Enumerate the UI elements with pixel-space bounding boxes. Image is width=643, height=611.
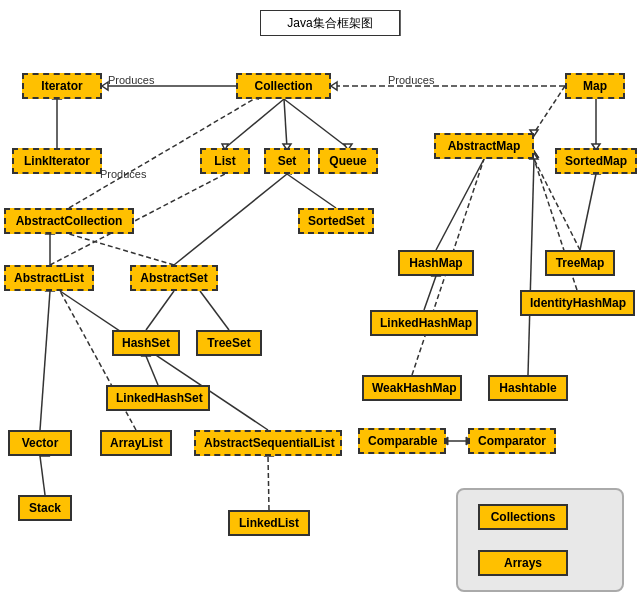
svg-line-30 bbox=[146, 291, 174, 330]
produces-label-1: Produces bbox=[108, 74, 154, 86]
svg-marker-5 bbox=[331, 82, 337, 90]
svg-line-28 bbox=[287, 174, 336, 208]
svg-line-53 bbox=[40, 291, 50, 430]
abstractset-node: AbstractSet bbox=[130, 265, 218, 291]
map-node: Map bbox=[565, 73, 625, 99]
svg-line-24 bbox=[174, 174, 287, 265]
linkedhashmap-node: LinkedHashMap bbox=[370, 310, 478, 336]
treemap-node: TreeMap bbox=[545, 250, 615, 276]
identityhashmap-node: IdentityHashMap bbox=[520, 290, 635, 316]
hashmap-node: HashMap bbox=[398, 250, 474, 276]
svg-line-10 bbox=[284, 99, 287, 148]
comparator-node: Comparator bbox=[468, 428, 556, 454]
sortedmap-node: SortedMap bbox=[555, 148, 637, 174]
collections-node: Collections bbox=[478, 504, 568, 530]
abstractsequentiallist-node: AbstractSequentialList bbox=[194, 430, 342, 456]
legend-box: Collections Arrays bbox=[456, 488, 624, 592]
svg-line-8 bbox=[225, 99, 284, 148]
linkedlist-node: LinkedList bbox=[228, 510, 310, 536]
linkedhashset-node: LinkedHashSet bbox=[106, 385, 210, 411]
weakhashmap-node: WeakHashMap bbox=[362, 375, 462, 401]
arrays-node: Arrays bbox=[478, 550, 568, 576]
hashtable-node: Hashtable bbox=[488, 375, 568, 401]
produces-label-3: Produces bbox=[100, 168, 146, 180]
hashset-node: HashSet bbox=[112, 330, 180, 356]
diagram: Java集合框架图 Iterator Collection Map Produc… bbox=[0, 0, 643, 611]
arraylist-node: ArrayList bbox=[100, 430, 172, 456]
svg-line-34 bbox=[146, 356, 158, 385]
svg-line-61 bbox=[268, 456, 269, 510]
svg-line-12 bbox=[284, 99, 348, 148]
set-node: Set bbox=[264, 148, 310, 174]
list-node: List bbox=[200, 148, 250, 174]
comparable-node: Comparable bbox=[358, 428, 446, 454]
svg-line-36 bbox=[436, 159, 484, 250]
iterator-node: Iterator bbox=[22, 73, 102, 99]
stack-node: Stack bbox=[18, 495, 72, 521]
abstractcollection-node: AbstractCollection bbox=[4, 208, 134, 234]
vector-node: Vector bbox=[8, 430, 72, 456]
abstractmap-node: AbstractMap bbox=[434, 133, 534, 159]
produces-label-2: Produces bbox=[388, 74, 434, 86]
svg-line-48 bbox=[528, 159, 534, 375]
abstractlist-node: AbstractList bbox=[4, 265, 94, 291]
svg-line-16 bbox=[534, 86, 565, 133]
collection-node: Collection bbox=[236, 73, 331, 99]
treeset-node: TreeSet bbox=[196, 330, 262, 356]
queue-node: Queue bbox=[318, 148, 378, 174]
linkiterator-node: LinkIterator bbox=[12, 148, 102, 174]
svg-line-44 bbox=[424, 276, 436, 310]
svg-line-38 bbox=[580, 174, 596, 250]
svg-line-22 bbox=[69, 234, 174, 265]
svg-line-32 bbox=[200, 291, 229, 330]
sortedset-node: SortedSet bbox=[298, 208, 374, 234]
svg-line-59 bbox=[40, 456, 45, 495]
title-node: Java集合框架图 bbox=[260, 10, 400, 36]
